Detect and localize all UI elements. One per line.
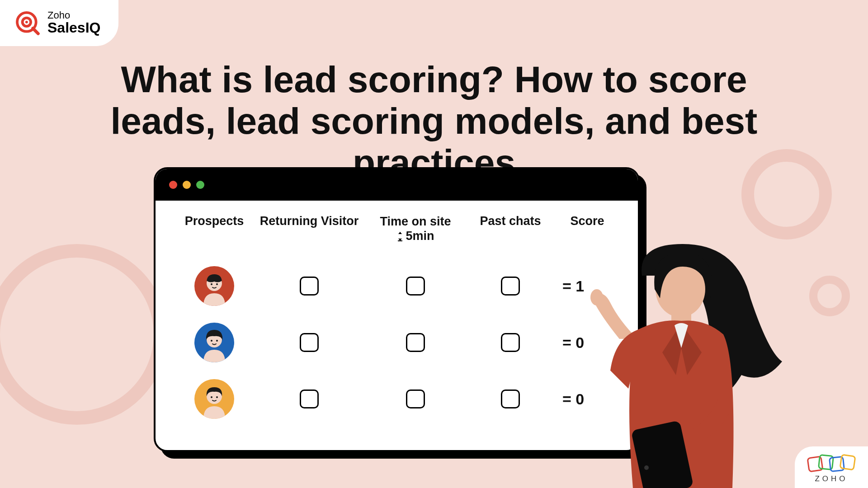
table-row: = 0 bbox=[174, 371, 620, 427]
col-past-chats: Past chats bbox=[467, 214, 553, 228]
app-window: Prospects Returning Visitor Time on site… bbox=[154, 167, 640, 452]
decorative-circle bbox=[0, 244, 167, 425]
window-titlebar bbox=[156, 169, 638, 201]
svg-point-13 bbox=[216, 396, 218, 398]
col-returning: Returning Visitor bbox=[255, 214, 363, 228]
prospect-avatar-icon bbox=[194, 266, 234, 306]
svg-point-6 bbox=[211, 283, 212, 285]
col-time-label: Time on site bbox=[380, 215, 451, 228]
zoho-footer-text: ZOHO bbox=[807, 474, 856, 483]
brand-name: Zoho bbox=[47, 10, 100, 20]
prospect-avatar-icon bbox=[194, 323, 234, 362]
col-score: Score bbox=[553, 214, 621, 228]
decorative-circle bbox=[809, 276, 850, 316]
svg-point-12 bbox=[211, 396, 212, 398]
table-header-row: Prospects Returning Visitor Time on site… bbox=[174, 214, 620, 244]
table-row: = 0 bbox=[174, 314, 620, 371]
presenter-illustration bbox=[570, 235, 787, 488]
lead-table: Prospects Returning Visitor Time on site… bbox=[156, 201, 638, 436]
svg-rect-23 bbox=[840, 455, 855, 470]
product-name: SalesIQ bbox=[47, 20, 100, 36]
checkbox-time[interactable] bbox=[406, 333, 425, 352]
checkbox-time[interactable] bbox=[406, 277, 425, 296]
prospect-avatar-icon bbox=[194, 379, 234, 419]
zoho-logo-icon bbox=[807, 453, 856, 474]
brand-badge: Zoho SalesIQ bbox=[0, 0, 118, 46]
svg-point-10 bbox=[216, 340, 218, 342]
sort-icon bbox=[396, 231, 404, 241]
col-time-threshold: 5min bbox=[406, 229, 434, 243]
checkbox-chats[interactable] bbox=[501, 277, 520, 296]
svg-point-9 bbox=[211, 340, 212, 342]
svg-line-3 bbox=[33, 28, 38, 34]
salesiq-logo-icon bbox=[14, 9, 41, 36]
page-title: What is lead scoring? How to score leads… bbox=[81, 59, 787, 183]
svg-point-19 bbox=[590, 289, 603, 305]
checkbox-chats[interactable] bbox=[501, 389, 520, 408]
checkbox-returning[interactable] bbox=[300, 389, 319, 408]
traffic-light-close-icon[interactable] bbox=[169, 181, 177, 189]
traffic-light-minimize-icon[interactable] bbox=[183, 181, 191, 189]
checkbox-chats[interactable] bbox=[501, 333, 520, 352]
col-prospects: Prospects bbox=[174, 214, 255, 228]
checkbox-returning[interactable] bbox=[300, 333, 319, 352]
svg-point-7 bbox=[216, 283, 218, 285]
col-time-on-site: Time on site 5min bbox=[363, 214, 467, 244]
checkbox-time[interactable] bbox=[406, 389, 425, 408]
traffic-light-zoom-icon[interactable] bbox=[196, 181, 204, 189]
zoho-footer-badge: ZOHO bbox=[795, 446, 868, 488]
svg-point-18 bbox=[644, 465, 649, 470]
svg-rect-20 bbox=[807, 456, 823, 472]
checkbox-returning[interactable] bbox=[300, 277, 319, 296]
table-row: = 1 bbox=[174, 258, 620, 314]
svg-point-2 bbox=[25, 21, 28, 23]
